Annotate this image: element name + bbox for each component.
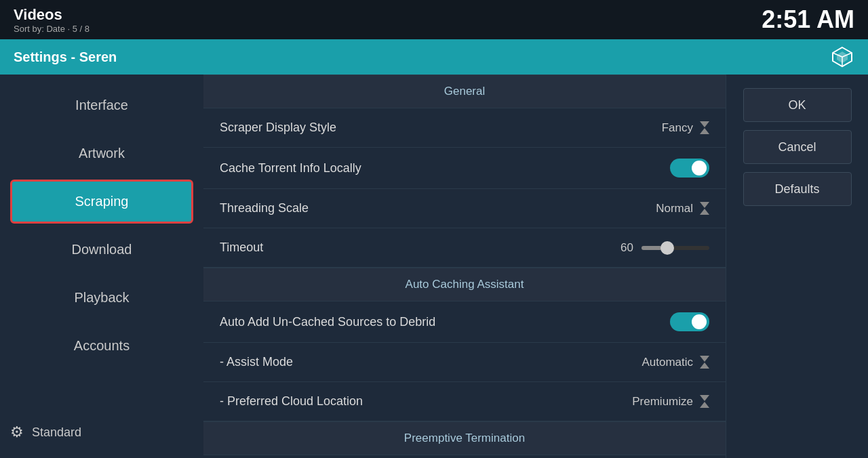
ok-button[interactable]: OK bbox=[743, 88, 852, 122]
sidebar-item-scraping[interactable]: Scraping bbox=[10, 180, 193, 224]
sidebar-item-label-playback: Playback bbox=[74, 290, 129, 306]
clock: 2:51 AM bbox=[762, 5, 854, 34]
top-bar: Videos Sort by: Date · 5 / 8 2:51 AM bbox=[0, 0, 868, 39]
setting-control-auto-add bbox=[670, 312, 709, 331]
setting-row-preferred-cloud: - Preferred Cloud Location Premiumize bbox=[203, 382, 726, 421]
arrow-up-preferred-cloud[interactable] bbox=[700, 402, 709, 408]
kodi-logo bbox=[830, 45, 854, 69]
setting-value-preferred-cloud: Premiumize bbox=[632, 395, 693, 409]
right-panel: OK Cancel Defaults bbox=[726, 75, 868, 458]
sidebar: Interface Artwork Scraping Download Play… bbox=[0, 75, 203, 458]
section-header-preemptive: Preemptive Termination bbox=[203, 421, 726, 455]
sidebar-item-download[interactable]: Download bbox=[10, 228, 193, 272]
sidebar-item-label-download: Download bbox=[72, 242, 132, 257]
arrow-down-assist-mode[interactable] bbox=[700, 356, 709, 362]
setting-row-scraper-display: Scraper Display Style Fancy bbox=[203, 108, 726, 148]
sidebar-item-playback[interactable]: Playback bbox=[10, 276, 193, 320]
arrow-down-threading[interactable] bbox=[700, 202, 709, 208]
slider-fill-timeout bbox=[642, 246, 662, 250]
arrow-up-threading[interactable] bbox=[700, 209, 709, 215]
cancel-button[interactable]: Cancel bbox=[743, 130, 852, 164]
toggle-auto-add[interactable] bbox=[670, 312, 709, 331]
top-bar-left: Videos Sort by: Date · 5 / 8 bbox=[14, 6, 90, 34]
defaults-button[interactable]: Defaults bbox=[743, 172, 852, 206]
section-header-general: General bbox=[203, 75, 726, 108]
gear-icon: ⚙ bbox=[10, 423, 24, 441]
section-header-auto-caching: Auto Caching Assistant bbox=[203, 268, 726, 301]
slider-track-timeout[interactable] bbox=[642, 246, 709, 250]
settings-header: Settings - Seren bbox=[0, 39, 868, 75]
main-layout: Interface Artwork Scraping Download Play… bbox=[0, 75, 868, 458]
setting-control-threading: Normal bbox=[656, 202, 709, 215]
sidebar-item-interface[interactable]: Interface bbox=[10, 83, 193, 127]
setting-value-assist-mode: Automatic bbox=[642, 356, 693, 369]
sidebar-item-label-interface: Interface bbox=[75, 98, 128, 113]
sidebar-item-artwork[interactable]: Artwork bbox=[10, 131, 193, 175]
setting-value-threading: Normal bbox=[656, 202, 693, 215]
sidebar-item-accounts[interactable]: Accounts bbox=[10, 324, 193, 368]
setting-row-timeout: Timeout 60 bbox=[203, 228, 726, 268]
setting-label-auto-add: Auto Add Un-Cached Sources to Debrid bbox=[220, 315, 435, 329]
arrows-scraper-display[interactable] bbox=[700, 121, 709, 134]
setting-row-auto-add: Auto Add Un-Cached Sources to Debrid bbox=[203, 301, 726, 343]
arrows-threading[interactable] bbox=[700, 202, 709, 215]
setting-value-scraper-display: Fancy bbox=[662, 121, 693, 135]
arrow-down-preferred-cloud[interactable] bbox=[700, 395, 709, 401]
setting-row-assist-mode: - Assist Mode Automatic bbox=[203, 343, 726, 382]
setting-control-cache-torrent bbox=[670, 159, 709, 178]
sidebar-item-label-accounts: Accounts bbox=[74, 338, 130, 354]
setting-control-scraper-display: Fancy bbox=[662, 121, 709, 135]
arrows-assist-mode[interactable] bbox=[700, 356, 709, 369]
content-area: General Scraper Display Style Fancy Cach… bbox=[203, 75, 726, 458]
arrow-up-scraper-display[interactable] bbox=[700, 128, 709, 134]
toggle-cache-torrent[interactable] bbox=[670, 159, 709, 178]
setting-control-timeout: 60 bbox=[613, 241, 709, 255]
arrow-up-assist-mode[interactable] bbox=[700, 362, 709, 369]
sidebar-bottom: ⚙ Standard bbox=[0, 417, 203, 451]
page-title: Videos bbox=[14, 6, 90, 24]
setting-row-threading: Threading Scale Normal bbox=[203, 189, 726, 228]
slider-value-timeout: 60 bbox=[613, 241, 633, 255]
setting-label-timeout: Timeout bbox=[220, 241, 263, 255]
page-subtitle: Sort by: Date · 5 / 8 bbox=[14, 24, 90, 34]
sidebar-mode-label: Standard bbox=[32, 425, 81, 440]
toggle-knob-cache-torrent bbox=[692, 161, 707, 175]
settings-title: Settings - Seren bbox=[14, 49, 117, 65]
setting-label-scraper-display: Scraper Display Style bbox=[220, 121, 336, 135]
slider-container-timeout: 60 bbox=[613, 241, 709, 255]
setting-control-assist-mode: Automatic bbox=[642, 356, 709, 369]
toggle-knob-auto-add bbox=[692, 314, 707, 329]
slider-thumb-timeout[interactable] bbox=[660, 241, 674, 255]
sidebar-item-label-artwork: Artwork bbox=[79, 146, 125, 161]
setting-row-cache-torrent: Cache Torrent Info Locally bbox=[203, 148, 726, 189]
setting-label-threading: Threading Scale bbox=[220, 201, 309, 215]
setting-control-preferred-cloud: Premiumize bbox=[632, 395, 709, 409]
setting-label-preferred-cloud: - Preferred Cloud Location bbox=[220, 394, 363, 409]
arrows-preferred-cloud[interactable] bbox=[700, 395, 709, 408]
arrow-down-scraper-display[interactable] bbox=[700, 121, 709, 127]
setting-label-cache-torrent: Cache Torrent Info Locally bbox=[220, 161, 361, 175]
setting-label-assist-mode: - Assist Mode bbox=[220, 355, 293, 369]
sidebar-item-label-scraping: Scraping bbox=[75, 194, 129, 209]
